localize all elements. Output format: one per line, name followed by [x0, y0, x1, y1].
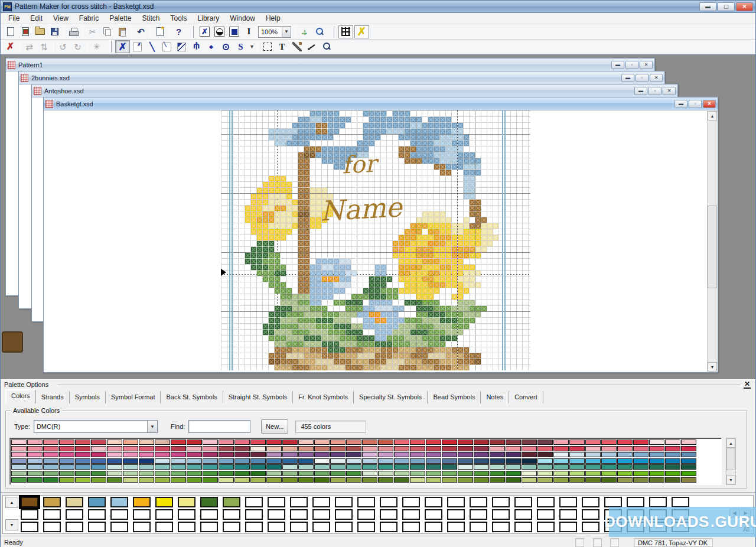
color-swatch[interactable] [107, 471, 122, 476]
color-swatch[interactable] [75, 477, 90, 483]
color-swatch[interactable] [394, 477, 409, 483]
stitches-toggle[interactable]: ✗ [354, 25, 369, 38]
color-swatch[interactable] [187, 446, 202, 451]
color-swatch[interactable] [43, 458, 58, 464]
scroll-down-button[interactable]: ▼ [726, 475, 735, 484]
palette-chip[interactable] [66, 509, 83, 520]
color-swatch[interactable] [362, 477, 377, 483]
color-swatch[interactable] [537, 464, 553, 470]
rotate-left-button[interactable]: ↺ [56, 40, 70, 53]
color-swatch[interactable] [426, 446, 441, 451]
color-swatch[interactable] [506, 458, 521, 464]
palette-chip[interactable] [559, 522, 577, 532]
color-swatch[interactable] [234, 439, 250, 445]
color-swatch[interactable] [458, 446, 473, 451]
child-close-button[interactable]: ✕ [663, 87, 676, 95]
color-swatch[interactable] [11, 439, 27, 445]
zoom-select[interactable]: 100%▼ [258, 26, 291, 38]
color-swatch[interactable] [155, 464, 170, 470]
color-swatch[interactable] [282, 446, 298, 451]
color-swatch[interactable] [250, 446, 266, 451]
palette-chip[interactable] [88, 497, 106, 507]
color-swatch[interactable] [426, 452, 441, 457]
child-restore-button[interactable]: ▫ [649, 87, 662, 95]
color-swatch[interactable] [27, 458, 43, 464]
color-swatch[interactable] [298, 477, 314, 483]
palette-chip[interactable] [470, 509, 487, 520]
color-swatch[interactable] [75, 439, 90, 445]
color-swatch[interactable] [522, 458, 537, 464]
color-swatch[interactable] [569, 471, 585, 476]
color-swatch[interactable] [617, 439, 633, 445]
palette-chip[interactable] [155, 522, 173, 532]
color-swatch[interactable] [266, 452, 282, 457]
color-swatch[interactable] [27, 439, 43, 445]
palette-chip[interactable] [245, 522, 263, 532]
palette-chip[interactable] [470, 522, 487, 532]
tab-bead-symbols[interactable]: Bead Symbols [428, 391, 481, 403]
color-swatch[interactable] [617, 446, 633, 451]
palette-chip[interactable] [357, 497, 375, 507]
flip-horizontal-button[interactable]: ⇄ [22, 40, 37, 53]
color-swatch[interactable] [617, 464, 633, 470]
color-swatch[interactable] [394, 471, 409, 476]
color-swatch[interactable] [649, 452, 664, 457]
palette-chip[interactable] [223, 509, 240, 520]
color-swatch[interactable] [633, 464, 649, 470]
palette-chip[interactable] [21, 497, 38, 507]
palette-chip[interactable] [268, 497, 285, 507]
color-swatch[interactable] [107, 446, 122, 451]
color-swatch[interactable] [59, 471, 74, 476]
color-swatch[interactable] [219, 464, 234, 470]
color-swatch[interactable] [250, 439, 266, 445]
color-swatch[interactable] [219, 477, 234, 483]
color-swatch[interactable] [553, 446, 569, 451]
color-swatch[interactable] [490, 471, 505, 476]
color-swatch[interactable] [171, 477, 186, 483]
palette-chip[interactable] [537, 509, 555, 520]
color-swatch[interactable] [458, 464, 473, 470]
color-swatch[interactable] [187, 458, 202, 464]
color-swatch[interactable] [346, 477, 361, 483]
palette-chip[interactable] [200, 509, 218, 520]
color-swatch[interactable] [490, 439, 505, 445]
color-swatch[interactable] [362, 471, 377, 476]
color-swatch[interactable] [426, 471, 441, 476]
color-swatch[interactable] [458, 458, 473, 464]
menu-item-window[interactable]: Window [224, 13, 260, 24]
palette-chip[interactable] [268, 509, 285, 520]
tab-symbol-format[interactable]: Symbol Format [106, 391, 161, 403]
color-swatch[interactable] [250, 452, 266, 457]
color-swatch[interactable] [203, 452, 218, 457]
color-swatch[interactable] [426, 464, 441, 470]
color-swatch[interactable] [553, 458, 569, 464]
color-swatch[interactable] [11, 477, 27, 483]
color-swatch[interactable] [250, 471, 266, 476]
color-swatch[interactable] [585, 452, 601, 457]
color-swatch[interactable] [11, 458, 27, 464]
color-swatch[interactable] [171, 446, 186, 451]
palette-chip[interactable] [357, 509, 375, 520]
close-button[interactable]: ✕ [736, 2, 753, 11]
color-swatch[interactable] [91, 471, 106, 476]
palette-chip[interactable] [582, 522, 599, 532]
color-swatch[interactable] [474, 439, 489, 445]
color-swatch[interactable] [187, 439, 202, 445]
color-swatch[interactable] [266, 446, 282, 451]
color-swatch[interactable] [410, 439, 425, 445]
color-swatch[interactable] [569, 439, 585, 445]
palette-chip[interactable] [470, 497, 487, 507]
spider-button[interactable]: ✳ [89, 40, 104, 53]
palette-chip[interactable] [110, 522, 128, 532]
child-restore-button[interactable]: ▫ [636, 74, 649, 82]
color-swatch[interactable] [59, 464, 74, 470]
color-swatch[interactable] [171, 464, 186, 470]
color-swatch[interactable] [537, 446, 553, 451]
tab-specialty-st-symbols[interactable]: Specialty St. Symbols [354, 391, 428, 403]
color-swatch[interactable] [266, 464, 282, 470]
color-swatch[interactable] [490, 452, 505, 457]
color-swatch[interactable] [458, 471, 473, 476]
color-swatch[interactable] [490, 458, 505, 464]
color-swatch[interactable] [139, 477, 154, 483]
palette-chip[interactable] [312, 509, 330, 520]
